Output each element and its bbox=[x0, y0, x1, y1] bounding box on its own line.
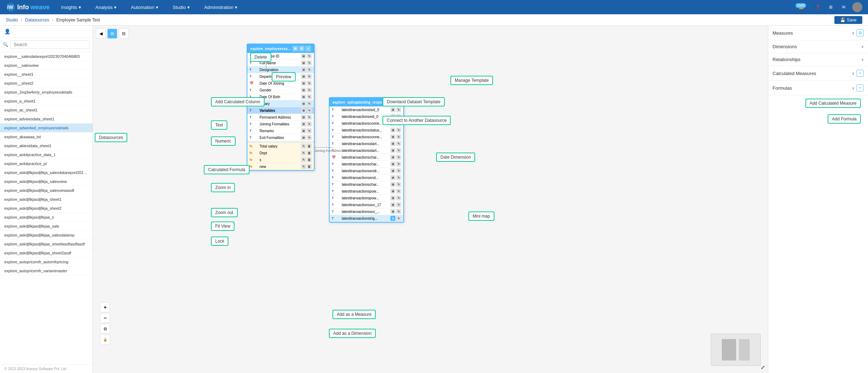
notifications-icon[interactable]: 🔔1948 bbox=[799, 5, 804, 10]
annotation-add-calculated-column: Add Calculated Column bbox=[211, 97, 265, 106]
zoom-in-btn[interactable]: + bbox=[100, 302, 110, 312]
list-item-active[interactable]: explore_adwedwd_employeesdetails bbox=[0, 124, 93, 133]
table-row: Tlatesttransactionstxid_0⊞✎ bbox=[330, 106, 403, 113]
table-row-formula: fxs✎🗑 bbox=[247, 156, 314, 163]
list-item[interactable]: explore_askdjfikjasdjfikjaa_sale bbox=[0, 222, 93, 231]
dataset-action-btn[interactable]: ⊟ bbox=[299, 46, 305, 51]
list-item[interactable]: explore_ankitpractice_data_1 bbox=[0, 150, 93, 159]
list-item[interactable]: explore_a_sheet1 bbox=[0, 97, 93, 106]
search-input[interactable] bbox=[10, 40, 90, 49]
breadcrumb-studio[interactable]: Studio bbox=[6, 18, 18, 23]
dimensions-label: Dimensions bbox=[773, 44, 797, 49]
list-item[interactable]: explore__sheet1 bbox=[0, 70, 93, 79]
panel-header-relationships[interactable]: Relationships ∨ bbox=[768, 53, 868, 66]
panel-section-relationships: Relationships ∨ bbox=[768, 53, 868, 66]
dataset-card-1-title: explore_employeessampletest_shee... bbox=[250, 47, 291, 51]
expand-icon[interactable]: ⤢ bbox=[761, 364, 765, 370]
svg-text:iW: iW bbox=[7, 4, 14, 10]
table-row: Tlatesttransactionsstart...⊞✎ bbox=[330, 140, 403, 147]
panel-header-measures[interactable]: Measures ∨ ⚙ bbox=[768, 26, 868, 40]
breadcrumb-datasources[interactable]: Datasources bbox=[25, 18, 49, 23]
table-row-formula: fxDept✎🗑 bbox=[247, 150, 314, 156]
list-item[interactable]: explore_autopricemfr_variantmaster bbox=[0, 267, 93, 275]
list-item[interactable]: explore_akaaaaa_txt bbox=[0, 133, 93, 141]
list-item[interactable]: explore_askdjfikjasdjfikja_sheet1 bbox=[0, 195, 93, 204]
sidebar-icon-user[interactable]: 👤 bbox=[3, 27, 11, 36]
add-calculated-measure-btn[interactable]: + bbox=[857, 70, 864, 77]
nav-studio[interactable]: Studio ▾ bbox=[170, 3, 193, 11]
formulas-label: Formulas bbox=[773, 85, 792, 91]
nav-insights[interactable]: Insights ▾ bbox=[58, 3, 84, 11]
add-formula-btn[interactable]: + bbox=[857, 84, 864, 91]
table-row: Tlatesttransactionspow...⊞✎ bbox=[330, 195, 403, 202]
copyright-text: © 2013-2023 Noesys Software Pvt. Ltd. bbox=[0, 364, 93, 373]
list-item[interactable]: explore_autopricemfr_automfrpricing bbox=[0, 258, 93, 267]
list-item[interactable]: explore__sheet2 bbox=[0, 79, 93, 88]
annotation-add-formula: Add Formula bbox=[828, 114, 861, 124]
list-item[interactable]: explore_advisesdata_sheet1 bbox=[0, 115, 93, 124]
dataset-action-btn[interactable]: ≡ bbox=[305, 46, 311, 51]
panel-header-calculated-measures[interactable]: Calculated Measures ∨ + bbox=[768, 66, 868, 80]
list-item[interactable]: explore_askdjfikjasdjfikjaa_sheetlasdfas… bbox=[0, 240, 93, 249]
sidebar-search-container: 🔍 bbox=[0, 38, 93, 52]
zoom-controls: + − ⊡ 🔒 bbox=[100, 302, 110, 344]
dataset-card-2-title: explore_oplcqatesting_response020... bbox=[332, 100, 386, 104]
list-item[interactable]: explore_ac_sheet1 bbox=[0, 106, 93, 115]
nav-automation[interactable]: Automation ▾ bbox=[128, 3, 161, 11]
table-row: TRemarks⊞✎ bbox=[247, 128, 314, 134]
annotation-add-calculated-measure: Add Calculated Measure bbox=[805, 99, 861, 108]
table-row: Tlatesttransactionssoc_17⊞✎ bbox=[330, 202, 403, 208]
user-avatar[interactable] bbox=[852, 2, 862, 12]
annotation-download-template: Downlaod Dataset Template bbox=[383, 97, 445, 106]
envelope-icon[interactable]: ✉ bbox=[839, 3, 848, 11]
panel-section-formulas: Formulas ∨ + bbox=[768, 81, 868, 95]
table-row-variables: TVariables⊞✎ bbox=[247, 107, 314, 114]
help-icon[interactable]: ❓ bbox=[814, 3, 822, 11]
annotation-lock: Lock bbox=[211, 237, 228, 246]
dataset-card-1: explore_employeessampletest_shee... ⊞ ⊟ … bbox=[247, 44, 315, 171]
collapse-btn[interactable]: ◀ bbox=[96, 29, 106, 39]
lock-btn[interactable]: 🔒 bbox=[100, 334, 110, 344]
save-button[interactable]: 💾 Save bbox=[834, 16, 862, 24]
grid-icon[interactable]: ⊞ bbox=[827, 3, 835, 11]
measures-chevron: ∨ bbox=[852, 31, 854, 35]
separator: | bbox=[808, 5, 809, 10]
list-item[interactable]: explore__salesdatareport2023070404l6l8l3 bbox=[0, 52, 93, 61]
annotation-fit-view: Fit View bbox=[211, 222, 235, 231]
list-item[interactable]: explore_askdjfikjasdjfikjaa_sheet2asdf bbox=[0, 249, 93, 258]
fit-view-btn[interactable]: ⊡ bbox=[100, 324, 110, 334]
list-item[interactable]: explore_askdjfikjasdjfikjaa_salesdatarep bbox=[0, 231, 93, 240]
annotation-zoom-out: Zoom out bbox=[211, 208, 238, 217]
list-item[interactable]: explore_2eq3w4erty_employeesdetails bbox=[0, 88, 93, 97]
sidebar-top-icons: 👤 bbox=[0, 26, 93, 38]
table-row: Tlatesttransactionssoc_...⊞✎ bbox=[330, 208, 403, 215]
graph-view-btn[interactable]: ⊟ bbox=[119, 29, 129, 39]
breadcrumb-current: Employee Sample Test bbox=[56, 18, 100, 23]
list-item[interactable]: explore_askdjfikjasdjfikja_sheet2 bbox=[0, 204, 93, 213]
relationships-label: Relationships bbox=[773, 57, 800, 62]
list-item[interactable]: explore_askdjfikjasdjfikjaa_s bbox=[0, 213, 93, 222]
list-item[interactable]: explore_aktestdata_sheet1 bbox=[0, 141, 93, 150]
calculated-measures-actions: ∨ + bbox=[852, 70, 864, 77]
mini-map bbox=[711, 334, 761, 366]
list-item[interactable]: explore_askdjfikjasdjfikja_salesview bbox=[0, 177, 93, 186]
list-item[interactable]: explore__salesview bbox=[0, 61, 93, 70]
nav-analysis[interactable]: Analysis ▾ bbox=[93, 3, 119, 11]
list-item[interactable]: explore_ankitpractice_pl bbox=[0, 159, 93, 168]
nav-administration[interactable]: Administration ▾ bbox=[201, 3, 240, 11]
measures-settings-btn[interactable]: ⚙ bbox=[857, 29, 864, 36]
zoom-out-btn[interactable]: − bbox=[100, 313, 110, 323]
app-logo[interactable]: iW Infoweave bbox=[6, 2, 50, 12]
annotation-text: Text bbox=[211, 120, 227, 130]
table-view-btn[interactable]: ⊞ bbox=[107, 29, 117, 39]
canvas-area[interactable]: ◀ ⊞ ⊟ explore_employeessampletest_shee..… bbox=[93, 26, 768, 373]
panel-header-dimensions[interactable]: Dimensions ∨ bbox=[768, 40, 868, 53]
table-row: Tlatesttransactionsendr...⊞✎ bbox=[330, 168, 403, 174]
annotation-calculated-formula: Calculated Formula bbox=[204, 165, 250, 174]
annotation-line-delete bbox=[266, 63, 267, 68]
list-item[interactable]: explore_askdjfikjasdjfikja_salesdatarepo… bbox=[0, 168, 93, 177]
list-item[interactable]: explore_askdjfikjasdjfikja_salesviewasdf bbox=[0, 186, 93, 195]
panel-header-formulas[interactable]: Formulas ∨ + bbox=[768, 81, 868, 95]
annotation-connect-datasource: Connect to Another Datasource bbox=[383, 116, 451, 125]
dataset-action-btn[interactable]: ⊞ bbox=[292, 46, 298, 51]
